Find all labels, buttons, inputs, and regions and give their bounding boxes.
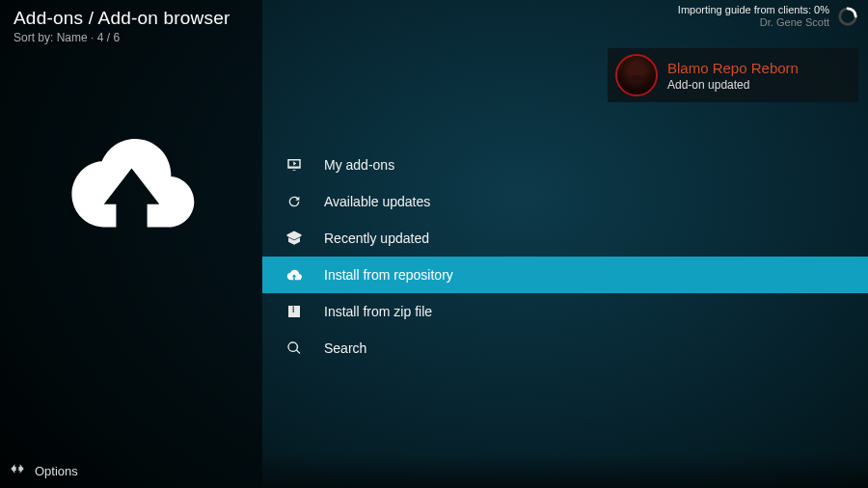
menu-item-install-from-repository[interactable]: Install from repository bbox=[262, 257, 868, 293]
toast-subtitle: Add-on updated bbox=[667, 78, 799, 92]
menu-item-label: Recently updated bbox=[324, 230, 429, 246]
breadcrumb: Add-ons / Add-on browser bbox=[14, 8, 249, 29]
menu-item-install-from-zip[interactable]: Install from zip file bbox=[262, 293, 868, 330]
status-progress: Importing guide from clients: 0% bbox=[678, 4, 829, 15]
menu-item-label: Available updates bbox=[324, 194, 430, 209]
sidebar-panel: Add-ons / Add-on browser Sort by: Name ·… bbox=[0, 0, 262, 488]
status-area: Importing guide from clients: 0% Dr. Gen… bbox=[678, 4, 829, 28]
monitor-icon bbox=[285, 156, 303, 174]
cloud-download-icon bbox=[62, 116, 202, 256]
options-icon bbox=[10, 461, 25, 480]
menu-item-search[interactable]: Search bbox=[262, 330, 868, 366]
refresh-icon bbox=[285, 193, 303, 210]
footer-bar[interactable]: Options bbox=[0, 453, 262, 488]
sidebar-hero-icon-wrap bbox=[0, 48, 262, 453]
bottom-gradient bbox=[262, 453, 868, 488]
menu-item-label: Search bbox=[324, 340, 366, 356]
search-icon bbox=[285, 339, 303, 357]
sort-prefix: Sort by: bbox=[14, 31, 57, 44]
menu-item-label: My add-ons bbox=[324, 157, 394, 173]
loading-spinner-icon bbox=[837, 6, 858, 27]
menu-item-label: Install from zip file bbox=[324, 304, 432, 319]
header: Add-ons / Add-on browser Sort by: Name ·… bbox=[0, 0, 262, 48]
menu-item-recently-updated[interactable]: Recently updated bbox=[262, 220, 868, 257]
sort-separator: · bbox=[88, 31, 97, 44]
menu-item-my-addons[interactable]: My add-ons bbox=[262, 147, 868, 183]
sort-position: 4 / 6 bbox=[97, 31, 120, 44]
notification-toast[interactable]: Blamo Repo Reborn Add-on updated bbox=[608, 48, 858, 102]
toast-title: Blamo Repo Reborn bbox=[667, 60, 799, 76]
menu-item-available-updates[interactable]: Available updates bbox=[262, 183, 868, 220]
sort-line: Sort by: Name · 4 / 6 bbox=[14, 31, 249, 44]
zip-box-icon bbox=[285, 303, 303, 320]
menu-item-label: Install from repository bbox=[324, 267, 453, 283]
main-menu: My add-ons Available updates Recently up… bbox=[262, 147, 868, 366]
options-label: Options bbox=[35, 464, 78, 478]
status-detail: Dr. Gene Scott bbox=[678, 16, 829, 28]
toast-avatar-icon bbox=[615, 54, 658, 96]
cloud-download-icon bbox=[285, 266, 303, 284]
sort-field: Name bbox=[57, 31, 88, 44]
toast-text: Blamo Repo Reborn Add-on updated bbox=[667, 60, 799, 92]
open-box-icon bbox=[285, 230, 303, 247]
